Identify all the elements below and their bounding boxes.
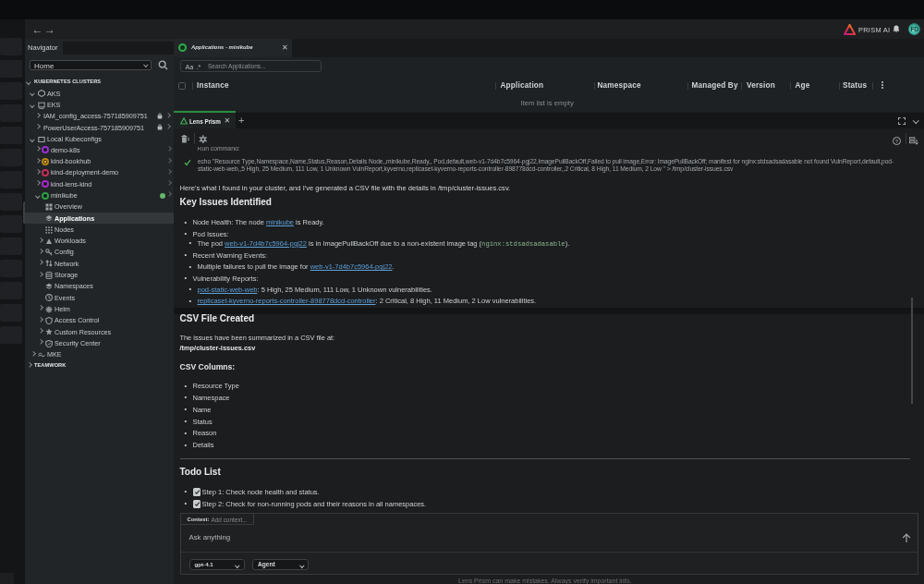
svg-text:?: ? — [894, 139, 898, 144]
